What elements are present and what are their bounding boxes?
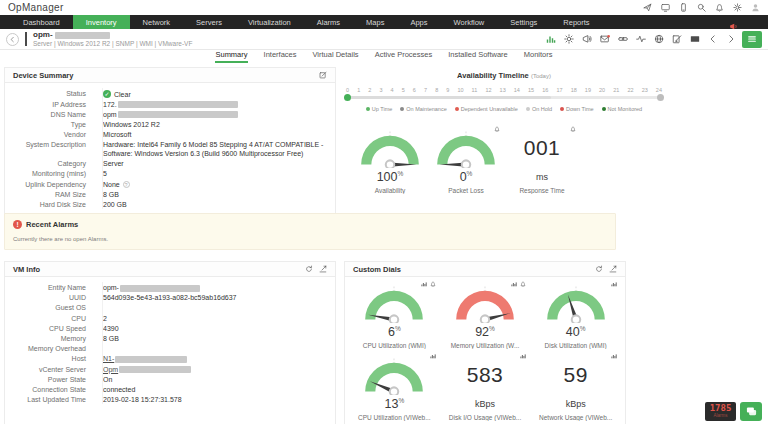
announcement-icon[interactable] — [729, 17, 738, 35]
widget-disk-utilization-wmi-[interactable]: 40% Disk Utilization (WMI) — [530, 283, 621, 349]
number-area: 583 — [440, 355, 531, 395]
widget-cpu-utilization-viweb-[interactable]: 13% CPU Utilization (VIWeb... — [349, 355, 440, 421]
field-value: None? — [94, 180, 335, 189]
nav-item-alarms[interactable]: Alarms — [304, 15, 353, 29]
gauge-dial — [432, 129, 500, 168]
bell-icon[interactable] — [494, 126, 500, 132]
nav-item-dashboard[interactable]: Dashboard — [10, 15, 73, 29]
widget-cpu-utilization-wmi-[interactable]: 6% CPU Utilization (WMI) — [349, 283, 440, 349]
nav-item-maps[interactable]: Maps — [353, 15, 397, 29]
hour-tick: 4 — [391, 87, 394, 93]
chart-mini-icon[interactable] — [611, 281, 617, 287]
gear-icon — [733, 3, 742, 12]
field-label: Uplink Dependency — [5, 180, 94, 189]
alarm-count-widget[interactable]: 1785 Alarms — [705, 402, 736, 421]
alarm-icon: ! — [13, 220, 22, 229]
phone-icon[interactable] — [679, 3, 688, 12]
link-icon[interactable] — [618, 34, 628, 44]
timeline-end-dot[interactable] — [657, 94, 664, 101]
help-icon[interactable]: ? — [123, 181, 130, 188]
nav-item-settings[interactable]: Settings — [497, 15, 550, 29]
field-value[interactable]: Opm — [94, 365, 335, 374]
alarm-count-label: Alarms — [705, 413, 736, 419]
bell-icon[interactable] — [715, 3, 724, 12]
mail-icon[interactable] — [600, 34, 610, 44]
expand-icon[interactable] — [609, 265, 617, 273]
bell-icon[interactable] — [520, 281, 526, 287]
megaphone-icon[interactable] — [582, 34, 592, 44]
refresh-icon[interactable] — [595, 265, 603, 273]
hour-tick: 8 — [435, 87, 438, 93]
globe-icon[interactable] — [654, 34, 664, 44]
menu-button[interactable] — [742, 31, 762, 48]
widget-memory-utilization-w-[interactable]: 92% Memory Utilization (W... — [440, 283, 531, 349]
nav-item-workflow[interactable]: Workflow — [441, 15, 498, 29]
field-label: Connection State — [5, 385, 94, 394]
widget-response-time[interactable]: 001 ms Response Time — [504, 128, 580, 194]
gear-icon[interactable] — [733, 3, 742, 12]
chart-mini-icon[interactable] — [511, 281, 517, 287]
widget-network-usage-viweb-[interactable]: 59 kBps Network Usage (VIWeb... — [530, 355, 621, 421]
nav-item-servers[interactable]: Servers — [183, 15, 235, 29]
nav-item-reports[interactable]: Reports — [550, 15, 602, 29]
nav-item-virtualization[interactable]: Virtualization — [235, 15, 304, 29]
redacted-value — [118, 101, 238, 108]
availability-gauges: 100% Availability 0% Packet Loss 001 ms … — [352, 128, 668, 194]
field-row-hard-disk-size: Hard Disk Size200 GB — [5, 199, 335, 209]
screen-icon[interactable] — [690, 34, 700, 44]
tab-active-processes[interactable]: Active Processes — [375, 50, 433, 63]
monitor-icon[interactable] — [661, 3, 670, 12]
search-icon[interactable] — [697, 3, 706, 12]
field-label: IP Address — [5, 100, 94, 109]
field-row-guest-os: Guest OS — [5, 302, 335, 312]
expand-icon[interactable] — [319, 265, 327, 273]
field-label: Power State — [5, 375, 94, 384]
edit-icon[interactable] — [319, 71, 327, 79]
refresh-icon — [305, 265, 313, 273]
nav-item-apps[interactable]: Apps — [397, 15, 440, 29]
note-edit-icon[interactable] — [672, 34, 682, 44]
field-label: Entity Name — [5, 283, 94, 292]
chart-mini-icon[interactable] — [430, 353, 436, 359]
tab-installed-software[interactable]: Installed Software — [448, 50, 508, 63]
chevron-left-icon[interactable] — [708, 34, 718, 44]
chart-mini-icon[interactable] — [421, 281, 427, 287]
tab-virtual-details[interactable]: Virtual Details — [312, 50, 358, 63]
widget-packet-loss[interactable]: 0% Packet Loss — [428, 128, 504, 194]
chart-mini-icon[interactable] — [520, 353, 526, 359]
redacted-value — [119, 366, 191, 373]
tab-summary[interactable]: Summary — [215, 50, 247, 63]
activity-icon[interactable] — [636, 34, 646, 44]
bell-icon[interactable] — [430, 281, 436, 287]
nav-item-network[interactable]: Network — [130, 15, 184, 29]
tab-monitors[interactable]: Monitors — [524, 50, 553, 63]
field-label: Hard Disk Size — [5, 200, 94, 209]
widget-availability[interactable]: 100% Availability — [352, 128, 428, 194]
widget-disk-i-o-usage-viweb-[interactable]: 583 kBps Disk I/O Usage (VIWeb... — [440, 355, 531, 421]
avatar-icon[interactable] — [751, 3, 760, 12]
nav-item-inventory[interactable]: Inventory — [73, 15, 130, 29]
field-value[interactable]: N1- — [94, 354, 335, 363]
tab-interfaces[interactable]: Interfaces — [264, 50, 297, 63]
chart-mini-icon[interactable] — [611, 353, 617, 359]
field-value: Server — [94, 159, 335, 168]
refresh-icon[interactable] — [305, 265, 313, 273]
bell-icon — [570, 126, 576, 132]
gauge-area — [349, 355, 440, 395]
chat-button[interactable] — [740, 402, 762, 421]
number-label: Network Usage (VIWeb... — [530, 414, 621, 421]
bar-chart-icon[interactable] — [546, 34, 556, 44]
field-value: Microsoft — [94, 130, 335, 139]
back-button[interactable] — [6, 33, 19, 46]
legend-dot — [400, 107, 404, 111]
field-row-power-state: Power StateOn — [5, 374, 335, 384]
number-unit: kBps — [440, 397, 531, 412]
paper-plane-icon[interactable] — [643, 3, 652, 12]
bell-icon[interactable] — [570, 126, 576, 132]
field-value: opm- — [94, 283, 335, 292]
chevron-right-icon[interactable] — [726, 34, 736, 44]
timeline-start-dot[interactable] — [344, 94, 351, 101]
edit-icon[interactable] — [319, 71, 327, 79]
hour-tick: 20 — [599, 87, 605, 93]
brightness-icon[interactable] — [564, 34, 574, 44]
